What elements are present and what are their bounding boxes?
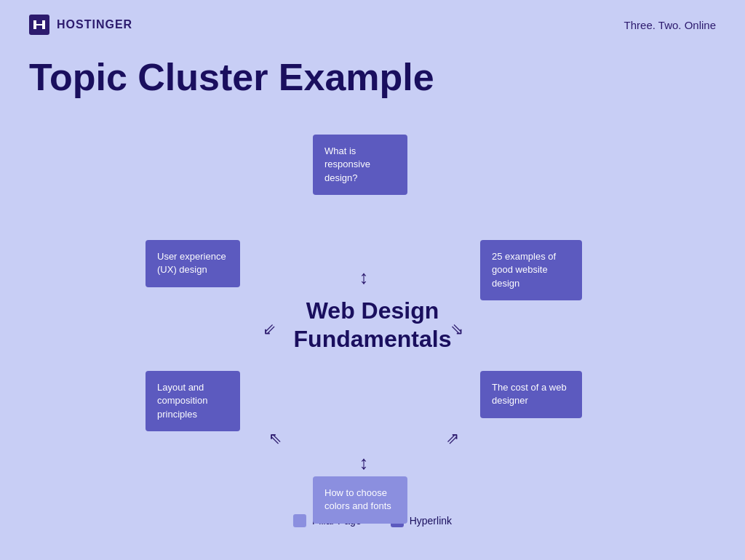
logo-text: HOSTINGER [57, 18, 132, 31]
svg-text:↕: ↕ [359, 266, 369, 288]
page-title: Topic Cluster Example [0, 49, 745, 113]
diagram-area: ↕ ↕ ⇙ ⇘ ⇖ ⇗ Web Design Fundamentals What… [0, 113, 745, 542]
svg-text:⇙: ⇙ [263, 320, 276, 338]
hostinger-logo-icon [29, 15, 49, 35]
svg-text:⇗: ⇗ [446, 429, 459, 447]
topic-box-bottom: How to choose colors and fonts [313, 476, 407, 523]
topic-box-right-top: 25 examples of good website design [480, 240, 582, 300]
svg-text:⇖: ⇖ [268, 429, 282, 447]
center-label: Web Design Fundamentals [294, 297, 452, 353]
topic-box-bottom-left: Layout and composition principles [146, 371, 240, 431]
topic-box-left: User experience (UX) design [146, 240, 240, 287]
tagline: Three. Two. Online [624, 19, 716, 31]
svg-text:↕: ↕ [359, 452, 369, 473]
topic-box-top: What is responsive design? [313, 135, 407, 195]
header: HOSTINGER Three. Two. Online [0, 0, 745, 49]
topic-box-right-bottom: The cost of a web designer [480, 371, 582, 417]
svg-text:⇘: ⇘ [450, 320, 463, 338]
logo: HOSTINGER [29, 15, 132, 35]
